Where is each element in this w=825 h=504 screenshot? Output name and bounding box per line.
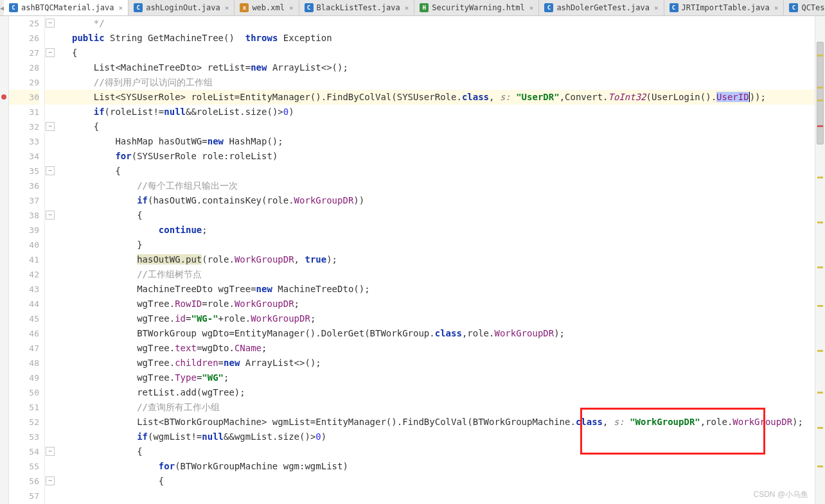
- line-number[interactable]: 34: [9, 149, 39, 164]
- line-number[interactable]: 38: [9, 208, 39, 223]
- xml-file-icon: x: [240, 3, 249, 12]
- line-number[interactable]: 31: [9, 105, 39, 119]
- fold-toggle-icon[interactable]: −: [46, 122, 55, 131]
- marker-icon[interactable]: [817, 427, 823, 429]
- close-icon[interactable]: ×: [289, 4, 294, 12]
- code-comment: //工作组树节点: [72, 269, 202, 279]
- marker-icon[interactable]: [817, 465, 823, 467]
- marker-icon[interactable]: [817, 266, 823, 268]
- marker-icon[interactable]: [817, 55, 823, 56]
- close-icon[interactable]: ×: [774, 4, 779, 12]
- close-icon[interactable]: ×: [405, 4, 409, 12]
- tab-label: ashBTQCMaterial.java: [21, 3, 114, 12]
- java-class-icon: C: [670, 3, 679, 12]
- tab-label: web.xml: [252, 3, 285, 12]
- code-text: retList.add(wgTree);: [57, 385, 815, 400]
- code-text: {: [57, 208, 815, 223]
- line-number[interactable]: 40: [9, 238, 39, 252]
- editor-tab[interactable]: H SecurityWarning.html ×: [414, 0, 539, 15]
- line-number[interactable]: 46: [9, 326, 39, 341]
- fold-toggle-icon[interactable]: −: [46, 19, 55, 28]
- editor-tab[interactable]: x web.xml ×: [235, 0, 299, 15]
- line-number[interactable]: 35: [9, 164, 39, 178]
- code-comment: //得到用户可以访问的工作组: [72, 77, 213, 87]
- line-number[interactable]: 51: [9, 400, 39, 415]
- line-number[interactable]: 49: [9, 370, 39, 385]
- line-number[interactable]: 45: [9, 311, 39, 326]
- line-number[interactable]: 56: [9, 474, 39, 489]
- code-comment: //查询所有工作小组: [72, 402, 220, 412]
- line-number[interactable]: 52: [9, 415, 39, 430]
- marker-icon[interactable]: [817, 100, 823, 101]
- line-number[interactable]: 25: [9, 16, 39, 31]
- editor-tab[interactable]: C QCTestResult.class ×: [784, 0, 825, 15]
- breakpoint-icon[interactable]: [1, 94, 6, 100]
- marker-icon[interactable]: [817, 222, 823, 223]
- marker-icon[interactable]: [817, 125, 823, 127]
- line-number[interactable]: 36: [9, 178, 39, 193]
- marker-icon[interactable]: [817, 177, 823, 178]
- fold-toggle-icon[interactable]: −: [46, 48, 55, 57]
- java-class-icon: C: [9, 3, 18, 12]
- marker-icon[interactable]: [817, 350, 823, 352]
- marker-icon[interactable]: [817, 87, 823, 89]
- tab-label: JRTImportTable.java: [682, 3, 770, 12]
- breakpoint-gutter[interactable]: [0, 16, 9, 504]
- fold-toggle-icon[interactable]: −: [46, 447, 55, 456]
- line-number[interactable]: 53: [9, 430, 39, 444]
- watermark-text: CSDN @小乌鱼: [753, 489, 808, 500]
- fold-toggle-icon[interactable]: −: [46, 211, 55, 220]
- close-icon[interactable]: ×: [529, 4, 534, 12]
- line-number[interactable]: 39: [9, 223, 39, 238]
- line-number[interactable]: 57: [9, 489, 39, 503]
- vertical-scrollbar[interactable]: [815, 16, 825, 504]
- line-number[interactable]: 44: [9, 297, 39, 311]
- code-text: {: [57, 46, 815, 60]
- fold-gutter[interactable]: −−−−−−−: [45, 16, 57, 504]
- close-icon[interactable]: ×: [225, 4, 229, 12]
- close-icon[interactable]: ×: [654, 4, 659, 12]
- line-number[interactable]: 47: [9, 341, 39, 356]
- tab-label: ashDolerGetTest.java: [556, 3, 650, 12]
- editor-tab[interactable]: C ashBTQCMaterial.java ×: [4, 0, 129, 15]
- tab-label: ashLoginOut.java: [146, 3, 220, 12]
- line-number[interactable]: 33: [9, 134, 39, 149]
- scrollbar-thumb[interactable]: [817, 42, 824, 144]
- fold-toggle-icon[interactable]: −: [46, 476, 55, 485]
- line-number[interactable]: 27: [9, 46, 39, 60]
- editor-tab[interactable]: C ashLoginOut.java ×: [129, 0, 235, 15]
- code-text: }: [57, 238, 815, 252]
- line-number[interactable]: 41: [9, 252, 39, 267]
- line-number[interactable]: 30: [9, 90, 39, 105]
- line-number[interactable]: 55: [9, 459, 39, 474]
- line-number[interactable]: 48: [9, 356, 39, 370]
- line-number[interactable]: 29: [9, 75, 39, 90]
- marker-icon[interactable]: [817, 392, 823, 394]
- line-number[interactable]: 26: [9, 31, 39, 46]
- editor-tab[interactable]: C ashDolerGetTest.java ×: [539, 0, 664, 15]
- code-text: {: [57, 474, 815, 489]
- code-text: public: [72, 33, 105, 43]
- fold-toggle-icon[interactable]: −: [46, 166, 55, 175]
- line-number-gutter[interactable]: 2526272829303132333435363738394041424344…: [9, 16, 45, 504]
- code-editor[interactable]: 2526272829303132333435363738394041424344…: [0, 16, 825, 504]
- code-text: {: [57, 164, 815, 178]
- editor-tab[interactable]: C JRTImportTable.java ×: [664, 0, 785, 15]
- java-class-icon: C: [305, 3, 314, 12]
- line-number[interactable]: 54: [9, 444, 39, 459]
- tab-label: QCTestResult.class: [801, 3, 825, 12]
- line-number[interactable]: 37: [9, 193, 39, 208]
- java-class-icon: C: [134, 3, 143, 12]
- line-number[interactable]: 32: [9, 119, 39, 134]
- line-number[interactable]: 28: [9, 60, 39, 75]
- line-number[interactable]: 43: [9, 282, 39, 297]
- line-number[interactable]: 42: [9, 267, 39, 282]
- editor-tab[interactable]: C BlackListTest.java ×: [299, 0, 415, 15]
- editor-tab-bar: ◀ C ashBTQCMaterial.java × C ashLoginOut…: [0, 0, 825, 16]
- code-area[interactable]: */ public String GetMachineTree() throws…: [57, 16, 815, 504]
- close-icon[interactable]: ×: [119, 4, 123, 12]
- code-text: {: [57, 444, 815, 459]
- code-text: */: [72, 18, 105, 28]
- marker-icon[interactable]: [817, 305, 823, 307]
- line-number[interactable]: 50: [9, 385, 39, 400]
